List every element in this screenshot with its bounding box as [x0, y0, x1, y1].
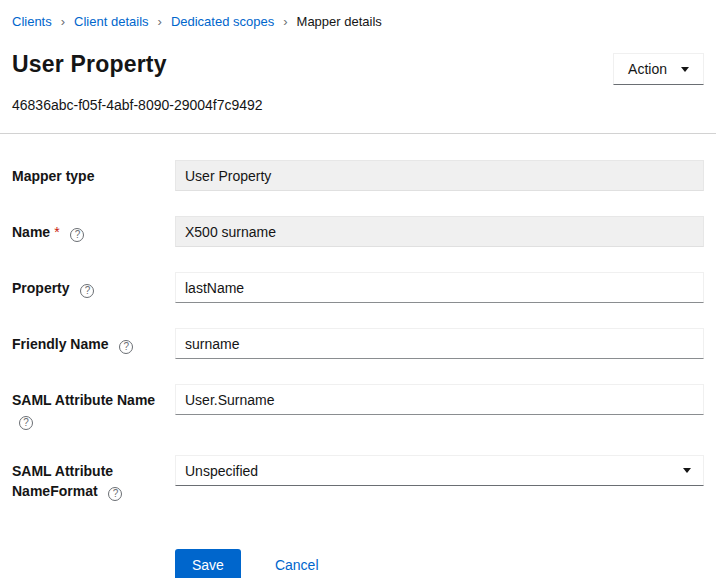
- header-divider: [0, 133, 716, 134]
- name-input-col: [175, 216, 704, 247]
- friendly-name-input[interactable]: [175, 328, 704, 359]
- breadcrumb-mapper-details: Mapper details: [297, 14, 382, 29]
- saml-attribute-name-label-col: SAML Attribute Name ?: [12, 384, 175, 430]
- save-button[interactable]: Save: [175, 549, 241, 578]
- name-input[interactable]: [175, 216, 704, 247]
- action-dropdown-label: Action: [628, 61, 667, 77]
- friendly-name-label-col: Friendly Name ?: [12, 328, 175, 354]
- saml-attribute-nameformat-select[interactable]: Unspecified: [175, 455, 704, 486]
- breadcrumb-clients[interactable]: Clients: [12, 14, 52, 29]
- saml-attribute-nameformat-label-col: SAML Attribute NameFormat ?: [12, 455, 175, 501]
- caret-down-icon: [683, 468, 691, 473]
- cancel-button[interactable]: Cancel: [275, 557, 319, 573]
- required-indicator: *: [54, 224, 59, 240]
- saml-attribute-nameformat-input-col: Unspecified: [175, 455, 704, 486]
- saml-attribute-nameformat-selected-value: Unspecified: [185, 463, 258, 479]
- property-label-col: Property ?: [12, 272, 175, 298]
- form-actions: Save Cancel: [175, 549, 704, 578]
- saml-attribute-nameformat-help-icon[interactable]: ?: [108, 487, 122, 501]
- mapper-details-page: Clients › Client details › Dedicated sco…: [0, 0, 716, 578]
- mapper-type-input-col: [175, 160, 704, 191]
- mapper-type-label-col: Mapper type: [12, 160, 175, 186]
- saml-attribute-nameformat-label: SAML Attribute NameFormat: [12, 463, 113, 499]
- saml-attribute-name-input-col: [175, 384, 704, 415]
- saml-attribute-name-help-icon[interactable]: ?: [19, 416, 33, 430]
- breadcrumb-separator-icon: ›: [158, 14, 162, 29]
- action-dropdown-button[interactable]: Action: [613, 53, 704, 85]
- form-row-saml-attribute-name: SAML Attribute Name ?: [12, 384, 704, 430]
- page-header: User Property Action: [12, 51, 704, 85]
- form-row-friendly-name: Friendly Name ?: [12, 328, 704, 359]
- mapper-form: Mapper type Name* ? Property ?: [12, 160, 704, 578]
- name-help-icon[interactable]: ?: [70, 228, 84, 242]
- mapper-type-label: Mapper type: [12, 168, 94, 184]
- form-row-property: Property ?: [12, 272, 704, 303]
- form-row-name: Name* ?: [12, 216, 704, 247]
- form-row-mapper-type: Mapper type: [12, 160, 704, 191]
- breadcrumb-client-details[interactable]: Client details: [74, 14, 148, 29]
- caret-down-icon: [681, 67, 689, 72]
- breadcrumb-dedicated-scopes[interactable]: Dedicated scopes: [171, 14, 274, 29]
- mapper-type-input[interactable]: [175, 160, 704, 191]
- saml-attribute-name-label: SAML Attribute Name: [12, 392, 155, 408]
- saml-attribute-name-input[interactable]: [175, 384, 704, 415]
- property-input[interactable]: [175, 272, 704, 303]
- breadcrumb: Clients › Client details › Dedicated sco…: [12, 10, 704, 31]
- breadcrumb-separator-icon: ›: [61, 14, 65, 29]
- page-title: User Property: [12, 51, 167, 78]
- friendly-name-input-col: [175, 328, 704, 359]
- name-label: Name: [12, 224, 50, 240]
- form-row-saml-attribute-nameformat: SAML Attribute NameFormat ? Unspecified: [12, 455, 704, 501]
- property-label: Property: [12, 280, 70, 296]
- friendly-name-help-icon[interactable]: ?: [119, 340, 133, 354]
- friendly-name-label: Friendly Name: [12, 336, 108, 352]
- mapper-id: 46836abc-f05f-4abf-8090-29004f7c9492: [12, 97, 704, 113]
- property-help-icon[interactable]: ?: [80, 284, 94, 298]
- name-label-col: Name* ?: [12, 216, 175, 242]
- breadcrumb-separator-icon: ›: [283, 14, 287, 29]
- property-input-col: [175, 272, 704, 303]
